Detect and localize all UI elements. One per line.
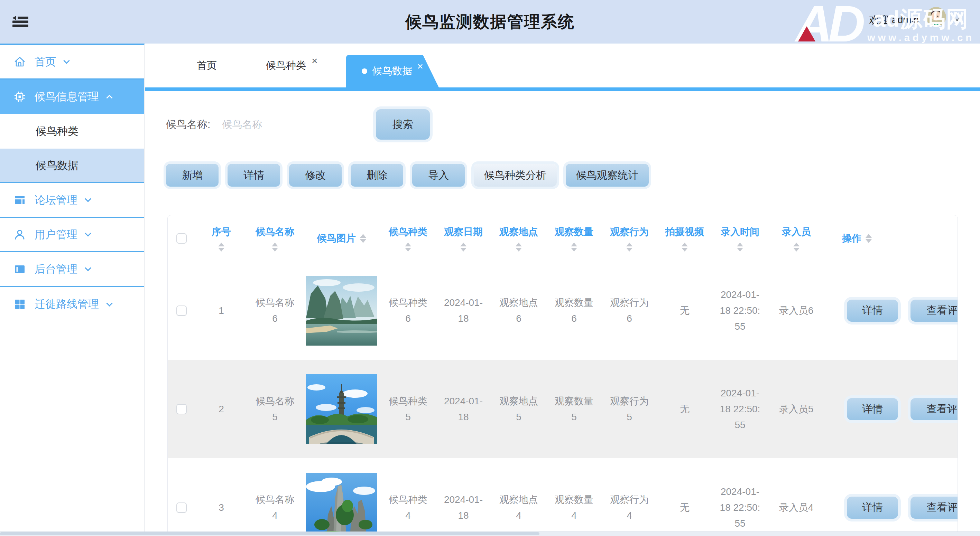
row-detail-button[interactable]: 详情 xyxy=(847,398,898,420)
row-view-comments-button[interactable]: 查看评论 xyxy=(910,398,958,420)
column-header-image[interactable]: 候鸟图片 xyxy=(302,232,380,245)
row-checkbox[interactable] xyxy=(177,404,187,414)
cell-actions: 详情查看评论 xyxy=(825,300,958,322)
column-header-species[interactable]: 候鸟种类 xyxy=(380,225,436,252)
row-select-cell xyxy=(168,404,196,414)
tab-home[interactable]: 首页 xyxy=(197,44,217,87)
search-section: 候鸟名称: 搜索 xyxy=(166,109,477,140)
column-header-count[interactable]: 观察数量 xyxy=(546,225,602,252)
column-header-time[interactable]: 录入时间 xyxy=(712,225,768,252)
row-detail-button[interactable]: 详情 xyxy=(847,496,898,519)
tab-bird-species[interactable]: 候鸟种类 × xyxy=(266,44,318,87)
row-view-comments-button[interactable]: 查看评论 xyxy=(910,496,958,519)
column-header-label: 录入员 xyxy=(782,225,811,238)
cell-video: 无 xyxy=(657,303,712,319)
sort-icon[interactable] xyxy=(460,243,466,252)
column-header-recorder[interactable]: 录入员 xyxy=(768,225,825,252)
table-header-row: 序号候鸟名称候鸟图片候鸟种类观察日期观察地点观察数量观察行为拍摄视频录入时间录入… xyxy=(168,215,958,261)
home-icon xyxy=(14,56,25,68)
migration-icon xyxy=(14,298,25,310)
cell-recorder: 录入员4 xyxy=(768,500,825,515)
chevron-down-icon xyxy=(63,57,70,63)
sidebar-item-label: 首页 xyxy=(35,55,56,69)
sidebar-item-backstage[interactable]: 后台管理 xyxy=(0,252,144,287)
tab-label: 候鸟数据 xyxy=(372,64,412,78)
cell-image xyxy=(302,473,380,536)
sidebar: 首页候鸟信息管理候鸟种类候鸟数据论坛管理用户管理后台管理迁徙路线管理 xyxy=(0,44,145,536)
horizontal-scrollbar[interactable] xyxy=(0,531,980,536)
tab-bar: 首页 候鸟种类 × 候鸟数据 × xyxy=(145,44,980,91)
welcome-user-label: 欢迎 admin xyxy=(869,13,919,27)
column-header-label: 候鸟名称 xyxy=(256,225,294,238)
add-button[interactable]: 新增 xyxy=(166,164,218,187)
row-checkbox[interactable] xyxy=(177,503,187,513)
delete-button[interactable]: 删除 xyxy=(351,164,403,187)
cell-location: 观察地点4 xyxy=(491,492,546,523)
edit-button[interactable]: 修改 xyxy=(289,164,342,187)
cell-date: 2024-01-18 xyxy=(436,393,491,425)
column-header-date[interactable]: 观察日期 xyxy=(436,225,491,252)
sidebar-item-forum[interactable]: 论坛管理 xyxy=(0,183,144,218)
tab-close-icon[interactable]: × xyxy=(417,60,423,72)
scrollbar-thumb[interactable] xyxy=(0,532,539,535)
bird-photo[interactable] xyxy=(306,374,377,444)
detail-button[interactable]: 详情 xyxy=(228,164,280,187)
sort-icon[interactable] xyxy=(865,234,872,243)
column-header-location[interactable]: 观察地点 xyxy=(491,225,546,252)
import-button[interactable]: 导入 xyxy=(412,164,465,187)
chevron-down-icon xyxy=(106,300,112,306)
sort-icon[interactable] xyxy=(405,243,411,252)
sort-icon[interactable] xyxy=(737,243,743,252)
cell-seq: 1 xyxy=(196,303,247,319)
avatar[interactable] xyxy=(926,7,946,27)
table-row: 1候鸟名称6候鸟种类62024-01-18观察地点6观察数量6观察行为6无202… xyxy=(168,261,958,360)
column-header-actions[interactable]: 操作 xyxy=(825,232,958,245)
select-all-checkbox[interactable] xyxy=(177,233,187,244)
sort-icon[interactable] xyxy=(626,243,632,252)
cell-recorder: 录入员6 xyxy=(768,303,825,319)
column-header-name[interactable]: 候鸟名称 xyxy=(247,225,302,252)
sidebar-subitem-bird-data[interactable]: 候鸟数据 xyxy=(0,149,144,183)
bird-photo[interactable] xyxy=(306,473,377,536)
sidebar-item-home[interactable]: 首页 xyxy=(0,45,144,79)
row-detail-button[interactable]: 详情 xyxy=(847,300,898,322)
row-view-comments-button[interactable]: 查看评论 xyxy=(910,300,958,322)
column-header-video[interactable]: 拍摄视频 xyxy=(657,225,712,252)
sidebar-subitem-bird-species[interactable]: 候鸟种类 xyxy=(0,114,144,149)
chip-icon xyxy=(14,91,25,103)
column-header-label: 观察数量 xyxy=(555,225,593,238)
cell-count: 观察数量4 xyxy=(546,492,602,523)
search-input[interactable] xyxy=(222,111,350,138)
sort-icon[interactable] xyxy=(272,243,278,252)
sidebar-item-users[interactable]: 用户管理 xyxy=(0,218,144,252)
tab-bird-data[interactable]: 候鸟数据 × xyxy=(346,55,439,87)
sort-icon[interactable] xyxy=(515,243,522,252)
sidebar-item-bird-info[interactable]: 候鸟信息管理 xyxy=(0,79,144,114)
sort-icon[interactable] xyxy=(793,243,800,252)
sort-icon[interactable] xyxy=(682,243,688,252)
sidebar-item-label: 迁徙路线管理 xyxy=(35,297,99,311)
cell-species: 候鸟种类6 xyxy=(380,295,436,327)
sort-icon[interactable] xyxy=(360,234,366,243)
column-header-behavior[interactable]: 观察行为 xyxy=(602,225,657,252)
table-row: 2候鸟名称5候鸟种类52024-01-18观察地点5观察数量5观察行为5无202… xyxy=(168,360,958,458)
cell-video: 无 xyxy=(657,401,712,417)
cell-count: 观察数量5 xyxy=(546,393,602,425)
species-analysis-button[interactable]: 候鸟种类分析 xyxy=(474,164,557,187)
cell-recorder: 录入员5 xyxy=(768,401,825,417)
sort-icon[interactable] xyxy=(571,243,577,252)
observation-stats-button[interactable]: 候鸟观察统计 xyxy=(566,164,649,187)
tab-close-icon[interactable]: × xyxy=(312,55,318,67)
row-checkbox[interactable] xyxy=(177,306,187,316)
chevron-down-icon xyxy=(85,196,91,202)
search-button[interactable]: 搜索 xyxy=(376,109,430,140)
cell-image xyxy=(302,374,380,444)
cell-behavior: 观察行为6 xyxy=(602,295,657,327)
bird-photo[interactable] xyxy=(306,276,377,346)
sidebar-item-migration[interactable]: 迁徙路线管理 xyxy=(0,287,144,321)
forum-icon xyxy=(14,194,25,206)
sort-icon[interactable] xyxy=(218,243,224,252)
column-header-label: 操作 xyxy=(842,232,861,245)
avatar-image xyxy=(926,7,946,27)
column-header-seq[interactable]: 序号 xyxy=(196,225,247,252)
